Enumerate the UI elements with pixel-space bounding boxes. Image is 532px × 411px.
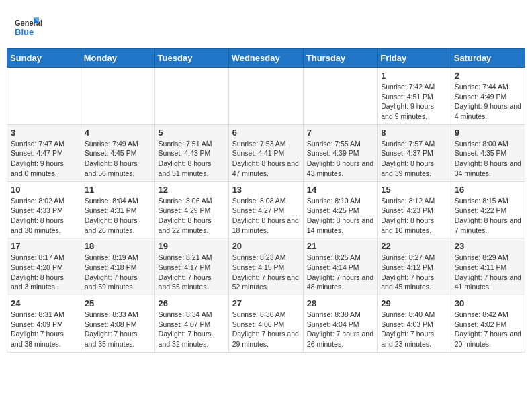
calendar-cell [228, 68, 303, 125]
day-number: 1 [381, 71, 447, 81]
day-number: 26 [159, 298, 225, 308]
day-number: 15 [381, 185, 447, 195]
svg-text:Blue: Blue [15, 27, 34, 37]
weekday-header-wednesday: Wednesday [228, 49, 303, 68]
day-number: 28 [307, 298, 373, 308]
weekday-header-monday: Monday [81, 49, 154, 68]
day-info: Sunrise: 8:40 AM Sunset: 4:03 PM Dayligh… [381, 310, 447, 349]
logo-svg: General Blue [13, 13, 42, 42]
day-info: Sunrise: 8:27 AM Sunset: 4:12 PM Dayligh… [381, 253, 447, 292]
weekday-header-sunday: Sunday [7, 49, 81, 68]
day-number: 10 [11, 185, 77, 195]
calendar-cell: 11Sunrise: 8:04 AM Sunset: 4:31 PM Dayli… [81, 181, 154, 238]
weekday-header-thursday: Thursday [303, 49, 377, 68]
day-info: Sunrise: 8:12 AM Sunset: 4:23 PM Dayligh… [381, 196, 447, 236]
day-info: Sunrise: 7:57 AM Sunset: 4:37 PM Dayligh… [381, 139, 447, 179]
day-number: 23 [455, 241, 521, 251]
day-number: 20 [232, 241, 300, 251]
calendar-cell: 17Sunrise: 8:17 AM Sunset: 4:20 PM Dayli… [7, 238, 81, 295]
day-number: 14 [307, 185, 373, 195]
calendar-week-2: 3Sunrise: 7:47 AM Sunset: 4:47 PM Daylig… [7, 124, 525, 181]
calendar-cell [154, 68, 228, 125]
day-info: Sunrise: 7:55 AM Sunset: 4:39 PM Dayligh… [307, 139, 373, 179]
calendar-cell: 15Sunrise: 8:12 AM Sunset: 4:23 PM Dayli… [378, 181, 451, 238]
calendar-cell: 16Sunrise: 8:15 AM Sunset: 4:22 PM Dayli… [451, 181, 525, 238]
day-number: 22 [381, 241, 447, 251]
day-number: 7 [307, 128, 373, 138]
day-info: Sunrise: 8:42 AM Sunset: 4:02 PM Dayligh… [455, 310, 521, 349]
day-number: 2 [455, 71, 521, 81]
day-info: Sunrise: 8:34 AM Sunset: 4:07 PM Dayligh… [159, 310, 225, 349]
calendar-cell: 21Sunrise: 8:25 AM Sunset: 4:14 PM Dayli… [303, 238, 377, 295]
day-info: Sunrise: 8:25 AM Sunset: 4:14 PM Dayligh… [307, 253, 373, 292]
day-info: Sunrise: 8:00 AM Sunset: 4:35 PM Dayligh… [455, 139, 521, 179]
day-number: 13 [232, 185, 300, 195]
calendar-cell: 24Sunrise: 8:31 AM Sunset: 4:09 PM Dayli… [7, 295, 81, 353]
day-number: 17 [11, 241, 77, 251]
calendar-week-1: 1Sunrise: 7:42 AM Sunset: 4:51 PM Daylig… [7, 68, 525, 125]
calendar-week-4: 17Sunrise: 8:17 AM Sunset: 4:20 PM Dayli… [7, 238, 525, 295]
day-info: Sunrise: 8:06 AM Sunset: 4:29 PM Dayligh… [159, 196, 225, 236]
day-number: 12 [159, 185, 225, 195]
calendar-cell: 13Sunrise: 8:08 AM Sunset: 4:27 PM Dayli… [228, 181, 303, 238]
day-info: Sunrise: 8:33 AM Sunset: 4:08 PM Dayligh… [85, 310, 151, 349]
calendar-cell: 30Sunrise: 8:42 AM Sunset: 4:02 PM Dayli… [451, 295, 525, 353]
day-info: Sunrise: 7:49 AM Sunset: 4:45 PM Dayligh… [85, 139, 151, 179]
day-info: Sunrise: 7:53 AM Sunset: 4:41 PM Dayligh… [232, 139, 300, 179]
calendar-cell: 9Sunrise: 8:00 AM Sunset: 4:35 PM Daylig… [451, 124, 525, 181]
day-info: Sunrise: 8:23 AM Sunset: 4:15 PM Dayligh… [232, 253, 300, 292]
calendar-cell: 5Sunrise: 7:51 AM Sunset: 4:43 PM Daylig… [154, 124, 228, 181]
day-number: 3 [11, 128, 77, 138]
calendar-cell: 18Sunrise: 8:19 AM Sunset: 4:18 PM Dayli… [81, 238, 154, 295]
calendar-cell [303, 68, 377, 125]
day-info: Sunrise: 8:04 AM Sunset: 4:31 PM Dayligh… [85, 196, 151, 236]
calendar-cell: 27Sunrise: 8:36 AM Sunset: 4:06 PM Dayli… [228, 295, 303, 353]
day-info: Sunrise: 8:08 AM Sunset: 4:27 PM Dayligh… [232, 196, 300, 236]
calendar-cell: 4Sunrise: 7:49 AM Sunset: 4:45 PM Daylig… [81, 124, 154, 181]
calendar-cell: 2Sunrise: 7:44 AM Sunset: 4:49 PM Daylig… [451, 68, 525, 125]
day-info: Sunrise: 8:36 AM Sunset: 4:06 PM Dayligh… [232, 310, 300, 349]
day-number: 30 [455, 298, 521, 308]
day-info: Sunrise: 8:15 AM Sunset: 4:22 PM Dayligh… [455, 196, 521, 236]
day-info: Sunrise: 8:21 AM Sunset: 4:17 PM Dayligh… [159, 253, 225, 292]
calendar-cell: 25Sunrise: 8:33 AM Sunset: 4:08 PM Dayli… [81, 295, 154, 353]
calendar-cell: 19Sunrise: 8:21 AM Sunset: 4:17 PM Dayli… [154, 238, 228, 295]
calendar-cell [81, 68, 154, 125]
day-number: 27 [232, 298, 300, 308]
day-number: 18 [85, 241, 151, 251]
weekday-header-tuesday: Tuesday [154, 49, 228, 68]
calendar-cell: 8Sunrise: 7:57 AM Sunset: 4:37 PM Daylig… [378, 124, 451, 181]
day-info: Sunrise: 7:47 AM Sunset: 4:47 PM Dayligh… [11, 139, 77, 179]
day-number: 16 [455, 185, 521, 195]
weekday-header-saturday: Saturday [451, 49, 525, 68]
day-number: 9 [455, 128, 521, 138]
calendar-cell: 1Sunrise: 7:42 AM Sunset: 4:51 PM Daylig… [378, 68, 451, 125]
page-header: General Blue [7, 7, 525, 45]
calendar-cell: 23Sunrise: 8:29 AM Sunset: 4:11 PM Dayli… [451, 238, 525, 295]
day-number: 4 [85, 128, 151, 138]
day-number: 8 [381, 128, 447, 138]
calendar-cell: 29Sunrise: 8:40 AM Sunset: 4:03 PM Dayli… [378, 295, 451, 353]
day-info: Sunrise: 8:10 AM Sunset: 4:25 PM Dayligh… [307, 196, 373, 236]
calendar-cell: 26Sunrise: 8:34 AM Sunset: 4:07 PM Dayli… [154, 295, 228, 353]
logo: General Blue [13, 13, 42, 42]
day-number: 19 [159, 241, 225, 251]
day-number: 11 [85, 185, 151, 195]
day-info: Sunrise: 8:29 AM Sunset: 4:11 PM Dayligh… [455, 253, 521, 292]
calendar-cell: 28Sunrise: 8:38 AM Sunset: 4:04 PM Dayli… [303, 295, 377, 353]
calendar-header-row: SundayMondayTuesdayWednesdayThursdayFrid… [7, 49, 525, 68]
day-info: Sunrise: 7:44 AM Sunset: 4:49 PM Dayligh… [455, 82, 521, 122]
day-info: Sunrise: 8:17 AM Sunset: 4:20 PM Dayligh… [11, 253, 77, 292]
calendar-cell: 3Sunrise: 7:47 AM Sunset: 4:47 PM Daylig… [7, 124, 81, 181]
day-info: Sunrise: 8:38 AM Sunset: 4:04 PM Dayligh… [307, 310, 373, 349]
day-number: 24 [11, 298, 77, 308]
calendar-cell: 20Sunrise: 8:23 AM Sunset: 4:15 PM Dayli… [228, 238, 303, 295]
day-info: Sunrise: 7:42 AM Sunset: 4:51 PM Dayligh… [381, 82, 447, 122]
weekday-header-friday: Friday [378, 49, 451, 68]
calendar-table: SundayMondayTuesdayWednesdayThursdayFrid… [7, 48, 525, 353]
day-number: 25 [85, 298, 151, 308]
day-info: Sunrise: 8:02 AM Sunset: 4:33 PM Dayligh… [11, 196, 77, 236]
calendar-cell: 12Sunrise: 8:06 AM Sunset: 4:29 PM Dayli… [154, 181, 228, 238]
calendar-cell: 6Sunrise: 7:53 AM Sunset: 4:41 PM Daylig… [228, 124, 303, 181]
day-number: 6 [232, 128, 300, 138]
